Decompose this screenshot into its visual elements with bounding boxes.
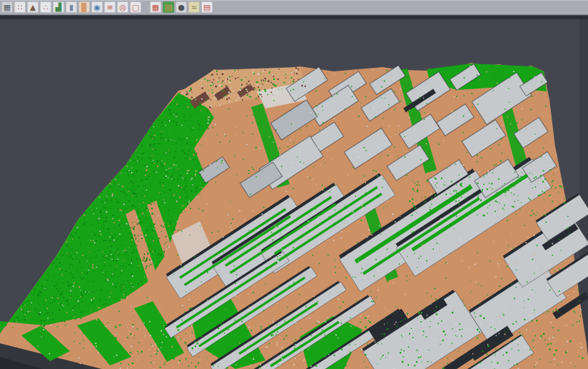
column-chart-icon[interactable]: ▮: [66, 1, 77, 13]
toolbar-separator: [0, 16, 588, 19]
classification-icon[interactable]: ▨: [163, 1, 174, 13]
point-cloud-scene[interactable]: [0, 0, 588, 369]
orthomosaic-icon[interactable]: ▉: [78, 1, 90, 13]
align-points-icon[interactable]: ∷: [14, 1, 26, 13]
project-icon[interactable]: ▦: [1, 1, 13, 13]
globe-icon[interactable]: ◉: [91, 1, 103, 13]
toolbar: ▦∷▲∴▟▮▉◉≡◎▢▦▨●≍▤: [0, 0, 588, 15]
dem-icon[interactable]: ▟: [53, 1, 64, 13]
grid-icon[interactable]: ▦: [150, 1, 161, 13]
application-window: ▦∷▲∴▟▮▉◉≡◎▢▦▨●≍▤: [0, 0, 588, 369]
measure-icon[interactable]: ≍: [188, 1, 200, 13]
markers-icon[interactable]: ∴: [40, 1, 51, 13]
camera-icon[interactable]: ●: [176, 1, 187, 13]
attributes-icon[interactable]: ≡: [104, 1, 116, 13]
export-icon[interactable]: ▤: [201, 1, 213, 13]
target-icon[interactable]: ◎: [117, 1, 128, 13]
3d-viewport[interactable]: [0, 0, 588, 369]
region-select-icon[interactable]: ▢: [130, 1, 141, 13]
terrain-icon[interactable]: ▲: [27, 1, 39, 13]
